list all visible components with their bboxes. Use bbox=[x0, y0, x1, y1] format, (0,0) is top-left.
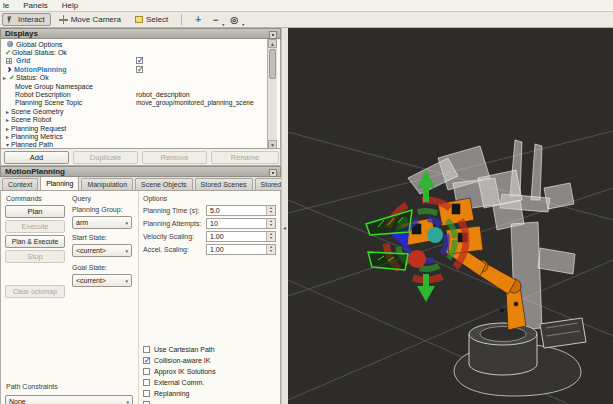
scrollbar-thumb[interactable] bbox=[269, 49, 276, 79]
use-cartesian-path-row[interactable]: Use Cartesian Path bbox=[143, 346, 215, 353]
planning-time-spinbox[interactable]: 5.0 ▲▼ bbox=[206, 205, 276, 216]
tree-label: Planning Metrics bbox=[11, 133, 63, 140]
status-ok-icon: ✓ bbox=[8, 74, 16, 82]
tree-row-scene-robot[interactable]: ▸ Scene Robot bbox=[1, 116, 263, 124]
zoom-out-tool-button[interactable]: −▾ bbox=[207, 15, 224, 25]
select-tool-button[interactable]: Select bbox=[129, 13, 174, 26]
remove-display-button[interactable]: Remove bbox=[142, 151, 207, 164]
menu-help[interactable]: Help bbox=[62, 1, 78, 10]
tab-manipulation[interactable]: Manipulation bbox=[81, 178, 133, 190]
menu-panels[interactable]: Panels bbox=[23, 1, 47, 10]
tab-stored-states[interactable]: Stored State bbox=[255, 178, 281, 190]
focus-camera-tool-button[interactable]: ◎▾ bbox=[224, 15, 244, 25]
collision-aware-ik-row[interactable]: ✓ Collision-aware IK bbox=[143, 357, 210, 364]
external-comm-checkbox[interactable] bbox=[143, 379, 150, 386]
3d-viewport[interactable] bbox=[288, 28, 613, 404]
tree-row-global-options[interactable]: Global Options bbox=[1, 40, 263, 48]
status-ok-icon: ✓ bbox=[4, 49, 12, 57]
add-display-button[interactable]: Add bbox=[4, 151, 69, 164]
duplicate-display-button[interactable]: Duplicate bbox=[73, 151, 138, 164]
tree-row-motionplanning[interactable]: MotionPlanning ✓ bbox=[1, 65, 263, 73]
displays-panel-titlebar[interactable]: Displays bbox=[0, 28, 281, 39]
tree-row-global-status[interactable]: ✓ Global Status: Ok bbox=[1, 48, 263, 56]
tab-stored-scenes[interactable]: Stored Scenes bbox=[195, 178, 253, 190]
tree-label: Scene Geometry bbox=[11, 108, 64, 115]
marker-arrow-down-shaft[interactable] bbox=[423, 274, 429, 288]
marker-arrow-up-shaft[interactable] bbox=[423, 186, 429, 202]
spin-down-icon[interactable]: ▼ bbox=[269, 250, 272, 254]
collision-aware-ik-checkbox[interactable]: ✓ bbox=[143, 357, 150, 364]
menu-bar: le Panels Help bbox=[0, 0, 613, 12]
replanning-checkbox[interactable] bbox=[143, 390, 150, 397]
marker-sphere-red[interactable] bbox=[408, 250, 426, 268]
expander-icon[interactable]: ▾ bbox=[4, 141, 11, 148]
tree-row-planning-scene-topic[interactable]: Planning Scene Topic move_group/monitore… bbox=[1, 99, 263, 107]
interact-tool-button[interactable]: Interact bbox=[2, 13, 51, 26]
planning-attempts-label: Planning Attempts: bbox=[143, 220, 201, 227]
stop-button[interactable]: Stop bbox=[5, 250, 65, 263]
3d-viewport-canvas[interactable] bbox=[288, 28, 613, 404]
tree-label: Robot Description bbox=[15, 91, 71, 98]
panel-splitter[interactable]: ◂ bbox=[281, 28, 288, 404]
rename-display-button[interactable]: Rename bbox=[211, 151, 279, 164]
tree-row-robot-description[interactable]: Robot Description robot_description bbox=[1, 90, 263, 98]
interact-tool-label: Interact bbox=[18, 15, 45, 24]
path-constraints-dropdown[interactable]: None ▾ bbox=[5, 395, 133, 404]
tab-context[interactable]: Context bbox=[2, 178, 38, 190]
replanning-row[interactable]: Replanning bbox=[143, 390, 189, 397]
scroll-up-arrow[interactable]: ▲ bbox=[268, 39, 277, 48]
motionplanning-panel-titlebar[interactable]: MotionPlanning bbox=[0, 166, 281, 177]
external-comm-row[interactable]: External Comm. bbox=[143, 379, 204, 386]
rename-button-label: Rename bbox=[231, 153, 259, 162]
tab-planning[interactable]: Planning bbox=[40, 177, 79, 190]
tree-row-move-group-namespace[interactable]: Move Group Namespace bbox=[1, 82, 263, 90]
planning-attempts-spinbox[interactable]: 10 ▲▼ bbox=[206, 218, 276, 229]
collapse-panel-icon[interactable]: ◂ bbox=[283, 224, 286, 231]
displays-tree-scrollbar[interactable]: ▲ ▼ bbox=[267, 39, 277, 149]
tree-label: MotionPlanning bbox=[14, 66, 67, 73]
property-value[interactable]: robot_description bbox=[136, 90, 261, 98]
expander-icon[interactable]: ▸ bbox=[4, 116, 11, 123]
menu-file[interactable]: le bbox=[3, 1, 9, 10]
accel-scaling-spinbox[interactable]: 1.00 ▲▼ bbox=[206, 244, 276, 255]
planning-group-dropdown[interactable]: arm ▾ bbox=[72, 216, 132, 229]
expander-icon[interactable]: ▸ bbox=[4, 133, 11, 140]
tree-row-planning-metrics[interactable]: ▸ Planning Metrics bbox=[1, 132, 263, 140]
expander-icon[interactable]: ▸ bbox=[4, 108, 11, 115]
execute-button-label: Execute bbox=[21, 222, 48, 231]
clear-octomap-button[interactable]: Clear octomap bbox=[5, 285, 65, 298]
plan-and-execute-button[interactable]: Plan & Execute bbox=[5, 235, 65, 248]
motionplanning-dock-button[interactable] bbox=[269, 169, 277, 177]
start-state-dropdown[interactable]: <current> ▾ bbox=[72, 244, 132, 257]
marker-arrow-down[interactable] bbox=[417, 286, 435, 302]
tree-row-grid[interactable]: Grid ✓ bbox=[1, 57, 263, 65]
displays-dock-button[interactable] bbox=[269, 31, 277, 39]
spin-down-icon[interactable]: ▼ bbox=[269, 224, 272, 228]
approx-ik-solutions-row[interactable]: Approx IK Solutions bbox=[143, 368, 215, 375]
focus-camera-icon: ◎ bbox=[230, 15, 238, 25]
plan-button[interactable]: Plan bbox=[5, 205, 65, 218]
marker-sphere-teal[interactable] bbox=[427, 227, 443, 243]
grid-enabled-checkbox[interactable]: ✓ bbox=[136, 57, 143, 64]
tree-row-planning-request[interactable]: ▸ Planning Request bbox=[1, 124, 263, 132]
spin-down-icon[interactable]: ▼ bbox=[269, 211, 272, 215]
expander-icon[interactable]: ▸ bbox=[1, 74, 8, 81]
expander-icon[interactable]: ▸ bbox=[4, 125, 11, 132]
zoom-in-tool-button[interactable]: + bbox=[189, 14, 207, 25]
use-cartesian-path-checkbox[interactable] bbox=[143, 346, 150, 353]
velocity-scaling-spinbox[interactable]: 1.00 ▲▼ bbox=[206, 231, 276, 242]
tab-scene-objects[interactable]: Scene Objects bbox=[135, 178, 193, 190]
tree-row-scene-geometry[interactable]: ▸ Scene Geometry bbox=[1, 107, 263, 115]
property-value[interactable]: move_group/monitored_planning_scene bbox=[136, 99, 261, 107]
goal-state-dropdown[interactable]: <current> ▾ bbox=[72, 274, 132, 287]
scroll-down-arrow[interactable]: ▼ bbox=[268, 140, 277, 149]
tree-row-status-ok[interactable]: ▸ ✓ Status: Ok bbox=[1, 74, 263, 82]
motionplanning-enabled-checkbox[interactable]: ✓ bbox=[136, 66, 143, 73]
tab-label: Planning bbox=[46, 180, 73, 187]
tree-row-planned-path[interactable]: ▾ Planned Path bbox=[1, 141, 263, 149]
approx-ik-solutions-checkbox[interactable] bbox=[143, 368, 150, 375]
spin-down-icon[interactable]: ▼ bbox=[269, 237, 272, 241]
execute-button[interactable]: Execute bbox=[5, 220, 65, 233]
zoom-out-icon: − bbox=[213, 15, 218, 25]
move-camera-tool-button[interactable]: Move Camera bbox=[53, 13, 127, 26]
